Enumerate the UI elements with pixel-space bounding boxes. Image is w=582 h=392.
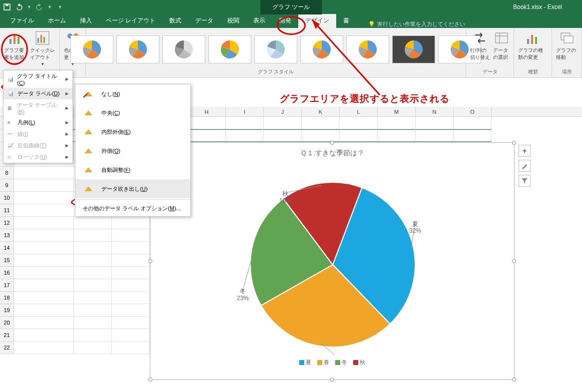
cell-b10[interactable] [14, 192, 74, 204]
tab-page-layout[interactable]: ページ レイアウト [99, 13, 162, 28]
row-header-21[interactable]: 21 [0, 329, 14, 342]
cell-F13[interactable] [112, 229, 150, 242]
cell-b15[interactable] [14, 254, 74, 267]
col-header-M[interactable]: M [378, 107, 416, 116]
tab-file[interactable]: ファイル [3, 13, 41, 28]
legend-item-春[interactable]: 春 [317, 359, 329, 365]
cell-O5[interactable] [454, 129, 492, 142]
pie-plot-area[interactable]: 夏32%春29%冬23%秋16% [150, 160, 515, 355]
cell-E22[interactable] [74, 342, 112, 354]
cell-F16[interactable] [112, 267, 150, 279]
data-label-pct-夏[interactable]: 32% [409, 227, 421, 234]
add-chart-element-button[interactable]: グラフ要素を追加▼ [4, 30, 27, 66]
cell-F17[interactable] [112, 279, 150, 292]
labels-more-options[interactable]: その他のデータ ラベル オプション(M)... [75, 201, 190, 216]
labels-center[interactable]: 中央(C) [75, 103, 190, 122]
cell-H5[interactable] [188, 129, 226, 142]
cell-E17[interactable] [74, 279, 112, 292]
col-header-J[interactable]: J [264, 107, 302, 116]
undo-dropdown-icon[interactable]: ▼ [27, 4, 31, 9]
tab-design[interactable]: デザイン [298, 13, 336, 28]
row-header-19[interactable]: 19 [0, 304, 14, 317]
tab-insert[interactable]: 挿入 [73, 13, 99, 28]
cell-b14[interactable] [14, 242, 74, 254]
style-thumb-4[interactable] [254, 35, 297, 63]
cell-b18[interactable] [14, 292, 74, 304]
col-header-K[interactable]: K [302, 107, 340, 116]
cell-E12[interactable] [74, 217, 112, 229]
legend-item-秋[interactable]: 秋 [353, 359, 365, 365]
cell-N5[interactable] [416, 129, 454, 142]
cell-b22[interactable] [14, 342, 74, 354]
row-header-22[interactable]: 22 [0, 342, 14, 354]
cell-E13[interactable] [74, 229, 112, 242]
cell-F19[interactable] [112, 304, 150, 317]
col-header-I[interactable]: I [226, 107, 264, 116]
row-header-12[interactable]: 12 [0, 217, 14, 229]
col-header-L[interactable]: L [340, 107, 378, 116]
cell-K5[interactable] [302, 129, 340, 142]
cell-b20[interactable] [14, 317, 74, 329]
select-data-button[interactable]: データの選択 [493, 30, 510, 61]
row-header-15[interactable]: 15 [0, 254, 14, 267]
chart-styles-gallery[interactable] [67, 30, 484, 68]
cell-M5[interactable] [378, 129, 416, 142]
style-thumb-7[interactable] [392, 35, 435, 63]
menu-legend[interactable]: ≡凡例(L)▶ [3, 117, 72, 128]
move-chart-button[interactable]: グラフの移動 [556, 30, 578, 61]
cell-F14[interactable] [112, 242, 150, 254]
cell-b17[interactable] [14, 279, 74, 292]
change-chart-type-button[interactable]: グラフの種類の変更 [518, 30, 548, 61]
data-label-pct-冬[interactable]: 23% [237, 295, 249, 302]
tab-formulas[interactable]: 数式 [162, 13, 188, 28]
cell-E14[interactable] [74, 242, 112, 254]
tab-format[interactable]: 書 [336, 13, 356, 28]
data-label-name-夏[interactable]: 夏 [412, 220, 418, 227]
row-header-16[interactable]: 16 [0, 267, 14, 279]
cell-I5[interactable] [226, 129, 264, 142]
labels-inside-end[interactable]: 内部外側(E) [75, 122, 190, 141]
labels-data-callout[interactable]: データ吹き出し(U) [75, 179, 190, 198]
tab-review[interactable]: 校閲 [220, 13, 246, 28]
cell-F20[interactable] [112, 317, 150, 329]
row-header-14[interactable]: 14 [0, 242, 14, 254]
cell-b19[interactable] [14, 304, 74, 317]
row-header-17[interactable]: 17 [0, 279, 14, 292]
col-header-H[interactable]: H [188, 107, 226, 116]
cell-J5[interactable] [264, 129, 302, 142]
cell-F12[interactable] [112, 217, 150, 229]
cell-L4[interactable] [340, 117, 378, 129]
row-header-8[interactable]: 8 [0, 167, 14, 179]
style-thumb-6[interactable] [346, 35, 389, 63]
quick-layout-button[interactable]: クイックレイアウト▼ [30, 30, 55, 66]
legend-item-冬[interactable]: 冬 [335, 359, 347, 365]
cell-I4[interactable] [226, 117, 264, 129]
labels-best-fit[interactable]: 自動調整(F) [75, 160, 190, 179]
chart-object[interactable]: Ｑ１.すきな季節は？ 夏32%春29%冬23%秋16% 夏春冬秋 [150, 142, 515, 380]
data-label-name-秋[interactable]: 秋 [282, 190, 288, 197]
cell-O4[interactable] [454, 117, 492, 129]
cell-F15[interactable] [112, 254, 150, 267]
row-header-18[interactable]: 18 [0, 292, 14, 304]
legend-item-夏[interactable]: 夏 [299, 359, 311, 365]
cell-L5[interactable] [340, 129, 378, 142]
chart-filters-button[interactable] [519, 175, 531, 187]
cell-b8[interactable] [14, 167, 74, 179]
cell-F22[interactable] [112, 342, 150, 354]
style-thumb-5[interactable] [300, 35, 343, 63]
tell-me-search[interactable]: 実行したい作業を入力してください [368, 20, 465, 28]
col-header-N[interactable]: N [416, 107, 454, 116]
menu-chart-title[interactable]: 📊グラフ タイトル(C)▶ [3, 70, 72, 88]
style-thumb-1[interactable] [116, 35, 159, 63]
cell-b21[interactable] [14, 329, 74, 342]
cell-b13[interactable] [14, 229, 74, 242]
cell-J4[interactable] [264, 117, 302, 129]
switch-row-column-button[interactable]: 行/列の切り替え [470, 30, 490, 61]
style-thumb-2[interactable] [162, 35, 205, 63]
chart-styles-button[interactable] [519, 160, 531, 172]
chart-elements-button[interactable]: + [519, 145, 531, 157]
row-header-11[interactable]: 11 [0, 204, 14, 217]
labels-outside-end[interactable]: 外側(O) [75, 141, 190, 160]
row-header-9[interactable]: 9 [0, 179, 14, 192]
row-header-20[interactable]: 20 [0, 317, 14, 329]
